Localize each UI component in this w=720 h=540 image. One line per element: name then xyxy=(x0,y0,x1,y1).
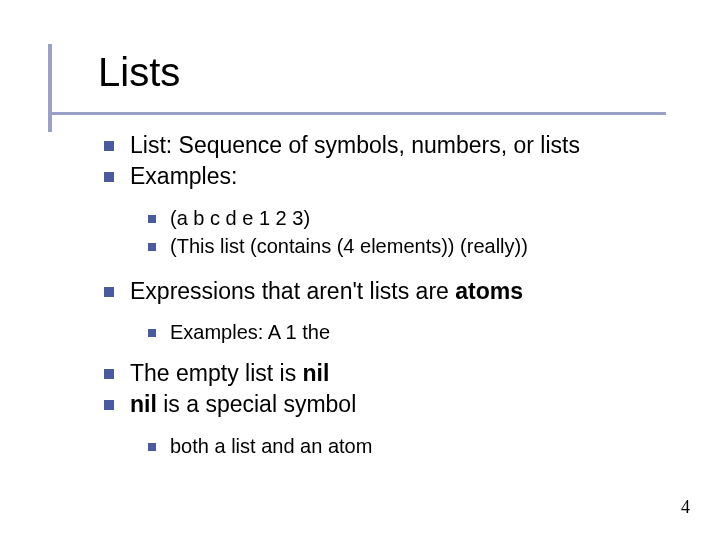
bullet-square-icon xyxy=(104,369,114,379)
bullet-square-icon xyxy=(148,443,156,451)
text-bold: atoms xyxy=(455,278,523,304)
bullet-square-icon xyxy=(104,141,114,151)
list-item: nil is a special symbol xyxy=(104,390,680,419)
bullet-square-icon xyxy=(104,172,114,182)
list-item-text: List: Sequence of symbols, numbers, or l… xyxy=(130,131,580,160)
slide-body: List: Sequence of symbols, numbers, or l… xyxy=(104,131,680,459)
text-run: is a special symbol xyxy=(157,391,356,417)
list-subitem: (This list (contains (4 elements)) (real… xyxy=(148,233,680,259)
text-run: The empty list is xyxy=(130,360,303,386)
list-item-text: nil is a special symbol xyxy=(130,390,356,419)
list-item: Examples: xyxy=(104,162,680,191)
list-item-text: Examples: xyxy=(130,162,237,191)
bullet-square-icon xyxy=(148,329,156,337)
list-item-text: Expressions that aren't lists are atoms xyxy=(130,277,523,306)
page-number: 4 xyxy=(681,497,690,518)
list-item: List: Sequence of symbols, numbers, or l… xyxy=(104,131,680,160)
bullet-square-icon xyxy=(148,243,156,251)
bullet-square-icon xyxy=(148,215,156,223)
slide-title: Lists xyxy=(98,50,720,95)
list-subitem-text: (This list (contains (4 elements)) (real… xyxy=(170,233,528,259)
list-item-text: The empty list is nil xyxy=(130,359,329,388)
list-subitem: Examples: A 1 the xyxy=(148,319,680,345)
list-subitem-text: both a list and an atom xyxy=(170,433,372,459)
text-bold: nil xyxy=(130,391,157,417)
title-accent-bar xyxy=(48,44,52,132)
list-item: Expressions that aren't lists are atoms xyxy=(104,277,680,306)
text-run: Expressions that aren't lists are xyxy=(130,278,455,304)
bullet-square-icon xyxy=(104,287,114,297)
text-bold: nil xyxy=(303,360,330,386)
list-subitem: both a list and an atom xyxy=(148,433,680,459)
slide: Lists List: Sequence of symbols, numbers… xyxy=(0,0,720,540)
list-subitem-text: (a b c d e 1 2 3) xyxy=(170,205,310,231)
list-subitem-text: Examples: A 1 the xyxy=(170,319,330,345)
title-underline xyxy=(48,112,666,115)
list-item: The empty list is nil xyxy=(104,359,680,388)
bullet-square-icon xyxy=(104,400,114,410)
list-subitem: (a b c d e 1 2 3) xyxy=(148,205,680,231)
